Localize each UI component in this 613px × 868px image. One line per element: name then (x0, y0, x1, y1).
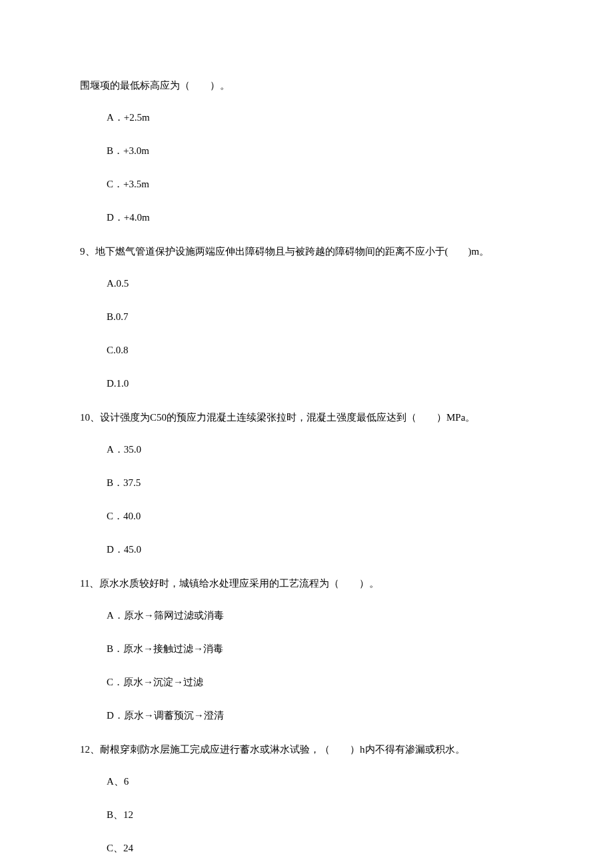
question-10: 10、设计强度为C50的预应力混凝土连续梁张拉时，混凝土强度最低应达到（ ）MP… (80, 409, 533, 427)
option-a: A、6 (107, 773, 533, 789)
question-9-options: A.0.5 B.0.7 C.0.8 D.1.0 (80, 275, 533, 391)
option-a: A．+2.5m (107, 109, 533, 125)
option-d: D．+4.0m (107, 209, 533, 225)
question-11: 11、原水水质较好时，城镇给水处理应采用的工艺流程为（ ）。 (80, 575, 533, 593)
question-8-options: A．+2.5m B．+3.0m C．+3.5m D．+4.0m (80, 109, 533, 225)
option-b: B．37.5 (107, 475, 533, 491)
option-c: C、24 (107, 840, 533, 856)
question-8-continuation: 围堰项的最低标高应为（ ）。 (80, 77, 533, 95)
option-a: A．原水→筛网过滤或消毒 (107, 607, 533, 623)
option-b: B．原水→接触过滤→消毒 (107, 641, 533, 657)
exam-page: 围堰项的最低标高应为（ ）。 A．+2.5m B．+3.0m C．+3.5m D… (0, 0, 613, 868)
option-a: A.0.5 (107, 275, 533, 291)
option-c: C．+3.5m (107, 176, 533, 192)
option-d: D．45.0 (107, 541, 533, 557)
question-11-options: A．原水→筛网过滤或消毒 B．原水→接触过滤→消毒 C．原水→沉淀→过滤 D．原… (80, 607, 533, 723)
option-c: C．40.0 (107, 508, 533, 524)
question-12: 12、耐根穿刺防水层施工完成应进行蓄水或淋水试验，（ ）h内不得有渗漏或积水。 (80, 741, 533, 759)
option-a: A．35.0 (107, 441, 533, 457)
question-10-options: A．35.0 B．37.5 C．40.0 D．45.0 (80, 441, 533, 557)
option-c: C．原水→沉淀→过滤 (107, 674, 533, 690)
option-b: B．+3.0m (107, 143, 533, 159)
option-b: B、12 (107, 807, 533, 823)
question-9: 9、地下燃气管道保护设施两端应伸出障碍物且与被跨越的障碍物间的距离不应小于( )… (80, 243, 533, 261)
question-12-options: A、6 B、12 C、24 D、48 (80, 773, 533, 868)
option-c: C.0.8 (107, 342, 533, 358)
option-d: D．原水→调蓄预沉→澄清 (107, 707, 533, 723)
option-b: B.0.7 (107, 309, 533, 325)
option-d: D.1.0 (107, 375, 533, 391)
